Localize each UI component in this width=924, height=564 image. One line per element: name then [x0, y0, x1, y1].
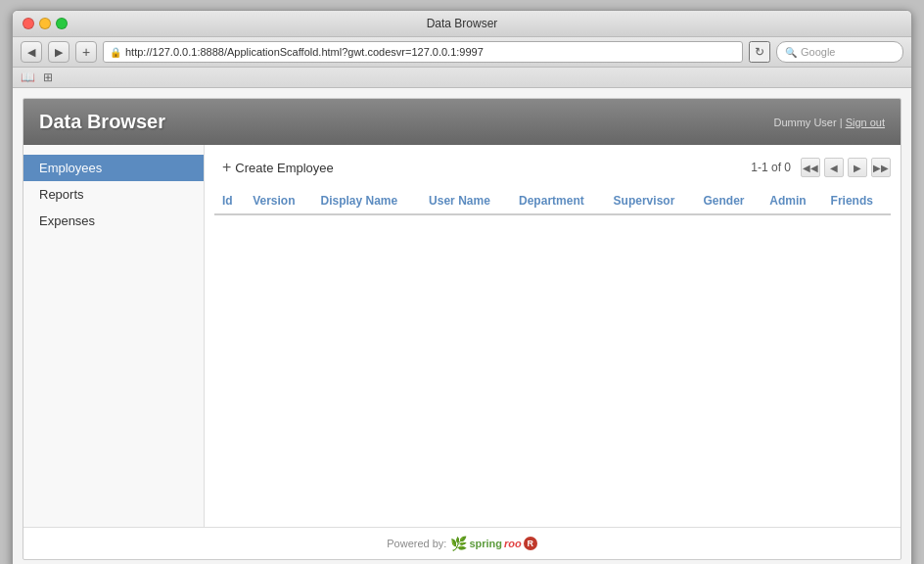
footer-label: Powered by:	[387, 538, 446, 549]
signout-link[interactable]: Sign out	[846, 117, 885, 128]
search-placeholder: Google	[801, 46, 835, 58]
create-label: Create Employee	[235, 161, 333, 175]
browser-title: Data Browser	[427, 17, 498, 30]
maximize-button[interactable]	[56, 18, 68, 29]
username: Dummy User	[773, 117, 836, 128]
spring-roo-logo: 🌿 spring roo R	[450, 536, 536, 551]
user-info: Dummy User | Sign out	[773, 117, 885, 128]
reload-button[interactable]: ↻	[749, 41, 770, 63]
col-display-name: Display Name	[312, 188, 421, 214]
prev-page-button[interactable]: ◀	[824, 158, 844, 177]
last-page-button[interactable]: ▶▶	[871, 158, 891, 177]
col-id: Id	[214, 188, 245, 214]
nav-toolbar: ◀ ▶ + 🔒 http://127.0.0.1:8888/Applicatio…	[13, 37, 911, 68]
create-employee-button[interactable]: + Create Employee	[214, 155, 342, 180]
app-footer: Powered by: 🌿 spring roo R	[23, 527, 901, 559]
app-header: Data Browser Dummy User | Sign out	[23, 99, 901, 145]
window-controls	[23, 18, 68, 29]
url-bar[interactable]: 🔒 http://127.0.0.1:8888/ApplicationScaff…	[103, 41, 743, 63]
table-header-row: Id Version Display Name User Name	[214, 188, 891, 214]
browser-window: Data Browser ◀ ▶ + 🔒 http://127.0.0.1:88…	[12, 10, 912, 564]
url-icon: 🔒	[110, 47, 121, 58]
roo-icon: R	[524, 537, 537, 550]
forward-button[interactable]: ▶	[48, 41, 69, 63]
first-page-button[interactable]: ◀◀	[801, 158, 820, 177]
sidebar-item-reports[interactable]: Reports	[23, 181, 204, 208]
url-text: http://127.0.0.1:8888/ApplicationScaffol…	[125, 46, 484, 58]
col-department: Department	[511, 188, 606, 214]
app-title: Data Browser	[39, 111, 165, 133]
app-body: Employees Reports Expenses +	[23, 145, 901, 527]
sidebar-item-employees[interactable]: Employees	[23, 155, 204, 181]
col-user-name: User Name	[421, 188, 511, 214]
back-button[interactable]: ◀	[21, 41, 42, 63]
col-friends: Friends	[823, 188, 891, 214]
col-version: Version	[245, 188, 312, 214]
create-icon: +	[222, 159, 231, 176]
app-content: Data Browser Dummy User | Sign out Emplo…	[13, 88, 911, 564]
apps-icon[interactable]: ⊞	[43, 70, 53, 84]
pagination: 1-1 of 0 ◀◀ ◀ ▶ ▶▶	[751, 158, 891, 177]
data-table: Id Version Display Name User Name	[214, 188, 891, 215]
minimize-button[interactable]	[39, 18, 51, 29]
search-icon: 🔍	[785, 47, 797, 58]
spring-text: spring	[469, 538, 502, 549]
sidebar: Employees Reports Expenses	[23, 145, 205, 527]
pipe-separator: |	[840, 117, 843, 128]
title-bar: Data Browser	[13, 11, 911, 37]
col-gender: Gender	[696, 188, 762, 214]
add-tab-button[interactable]: +	[75, 41, 97, 63]
close-button[interactable]	[23, 18, 34, 29]
main-content: + Create Employee 1-1 of 0 ◀◀ ◀ ▶ ▶▶	[205, 145, 901, 527]
next-page-button[interactable]: ▶	[848, 158, 867, 177]
roo-text: roo	[504, 538, 522, 549]
bookmarks-icon[interactable]: 📖	[21, 70, 35, 84]
table-head: Id Version Display Name User Name	[214, 188, 891, 214]
col-supervisor: Supervisor	[606, 188, 696, 214]
sidebar-item-expenses[interactable]: Expenses	[23, 208, 204, 234]
content-toolbar: + Create Employee 1-1 of 0 ◀◀ ◀ ▶ ▶▶	[214, 155, 891, 180]
app-wrapper: Data Browser Dummy User | Sign out Emplo…	[23, 98, 901, 560]
col-admin: Admin	[762, 188, 822, 214]
spring-leaf-icon: 🌿	[450, 536, 467, 551]
bookmarks-bar: 📖 ⊞	[13, 68, 911, 88]
page-count: 1-1 of 0	[751, 161, 791, 174]
search-bar[interactable]: 🔍 Google	[776, 41, 903, 63]
